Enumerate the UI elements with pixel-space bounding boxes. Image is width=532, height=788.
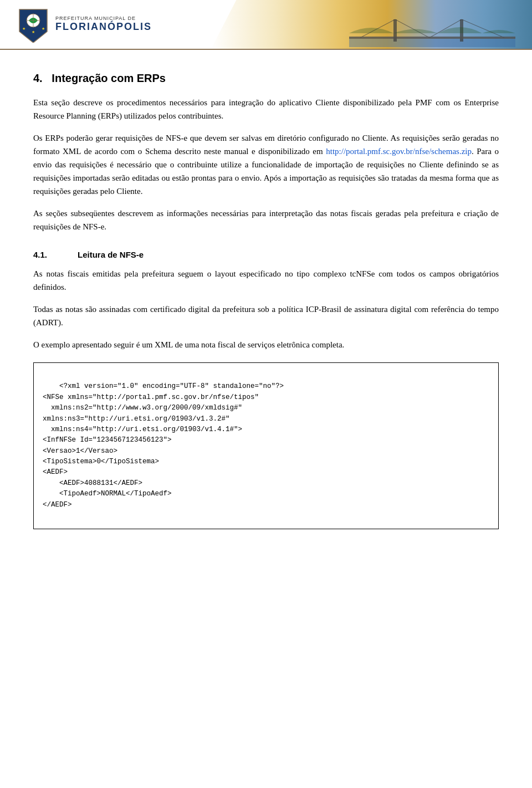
logo-area: ★ ★ ★ PREFEITURA MUNICIPAL DE FLORIANÓPO… <box>0 7 152 43</box>
main-content: 4. Integração com ERPs Esta seção descre… <box>0 50 532 551</box>
section-4-paragraph-1: Esta seção descreve os procedimentos nec… <box>33 96 499 122</box>
bridge-icon <box>349 17 515 47</box>
subsection-4-1-paragraph-1: As notas fiscais emitidas pela prefeitur… <box>33 267 499 294</box>
section-4-title: 4. Integração com ERPs <box>33 72 499 85</box>
subsection-4-1: 4.1. Leitura de NFS-e As notas fiscais e… <box>33 250 499 351</box>
xml-code-content: <?xml version="1.0" encoding="UTF-8" sta… <box>43 382 284 508</box>
svg-line-8 <box>395 19 429 38</box>
section-4-paragraph-3: As seções subseqüentes descrevem as info… <box>33 207 499 233</box>
svg-text:★: ★ <box>42 27 45 31</box>
logo-text: PREFEITURA MUNICIPAL DE FLORIANÓPOLIS <box>55 16 152 33</box>
subsection-4-1-number: 4.1. <box>33 250 55 259</box>
subsection-4-1-paragraph-3: O exemplo apresentado seguir é um XML de… <box>33 338 499 351</box>
logo-main-text: FLORIANÓPOLIS <box>55 22 152 33</box>
xml-code-block: <?xml version="1.0" encoding="UTF-8" sta… <box>33 362 499 529</box>
subsection-4-1-title: Leitura de NFS-e <box>78 250 144 259</box>
page-header: ★ ★ ★ PREFEITURA MUNICIPAL DE FLORIANÓPO… <box>0 0 532 50</box>
subsection-4-1-header: 4.1. Leitura de NFS-e <box>33 250 499 259</box>
schema-link[interactable]: http://portal.pmf.sc.gov.br/nfse/schemas… <box>326 147 472 156</box>
svg-rect-11 <box>349 37 515 39</box>
subsection-4-1-paragraph-2: Todas as notas são assinadas com certifi… <box>33 303 499 329</box>
city-emblem-icon: ★ ★ ★ <box>17 7 50 43</box>
svg-text:★: ★ <box>32 30 35 34</box>
header-decorative-image <box>211 0 532 50</box>
svg-rect-4 <box>349 39 515 47</box>
svg-text:★: ★ <box>22 27 25 31</box>
section-4-paragraph-2: Os ERPs poderão gerar requisições de NFS… <box>33 131 499 198</box>
